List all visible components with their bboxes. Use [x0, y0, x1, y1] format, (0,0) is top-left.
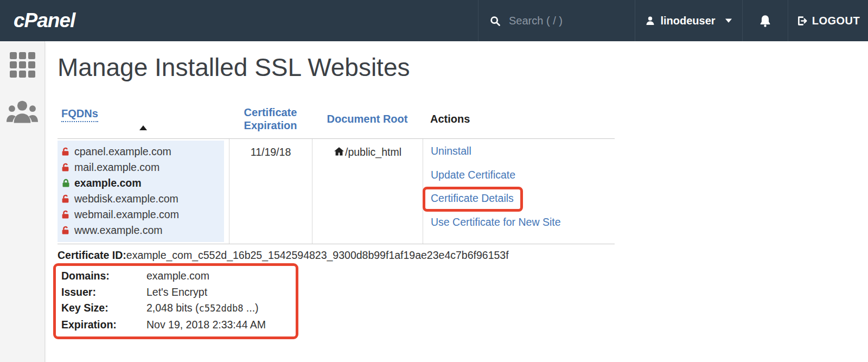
fqdn-item: cpanel.example.com	[61, 144, 221, 160]
red-open-lock-icon	[61, 147, 71, 156]
document-root-path: /public_html	[345, 146, 401, 158]
search-bar[interactable]	[478, 0, 635, 41]
column-header-certificate-expiration[interactable]: Certificate Expiration	[229, 106, 312, 132]
username-label: linodeuser	[660, 15, 715, 27]
fqdn-domain: cpanel.example.com	[74, 145, 171, 158]
fqdn-item: mail.example.com	[61, 160, 221, 175]
table-header-row: FQDNs Certificate Expiration Document Ro…	[58, 104, 615, 139]
fqdn-domain: webmail.example.com	[74, 208, 179, 221]
notifications-button[interactable]	[742, 0, 788, 41]
action-use-certificate-new-site[interactable]: Use Certificate for New Site	[431, 216, 561, 228]
action-row: Certificate Details	[431, 192, 615, 216]
fqdn-item: webdisk.example.com	[61, 191, 221, 207]
key-fingerprint: c552ddb8	[199, 303, 243, 314]
red-open-lock-icon	[61, 226, 71, 235]
fqdns-sort-link[interactable]: FQDNs	[61, 107, 98, 122]
search-input[interactable]	[509, 15, 617, 27]
detail-row-domains: Domains:example.com	[61, 268, 290, 284]
annotation-box-certificate-info: Domains:example.com Issuer:Let's Encrypt…	[53, 263, 298, 339]
certificate-id-line: Certificate ID:example_com_c552d_16b25_1…	[58, 249, 868, 262]
red-open-lock-icon	[61, 163, 71, 172]
top-navbar: cPanel linodeuser	[0, 0, 868, 41]
table-row: cpanel.example.com mail.example.com	[58, 139, 615, 244]
action-update-certificate[interactable]: Update Certificate	[431, 169, 515, 181]
fqdns-cell: cpanel.example.com mail.example.com	[58, 139, 229, 244]
navbar-spacer	[75, 0, 478, 41]
red-open-lock-icon	[61, 194, 71, 204]
action-row: Uninstall	[431, 145, 615, 169]
action-uninstall[interactable]: Uninstall	[431, 145, 471, 157]
chevron-down-icon	[725, 18, 732, 23]
action-row: Use Certificate for New Site	[431, 216, 615, 240]
user-icon	[645, 16, 655, 26]
fqdn-domain: www.example.com	[74, 224, 163, 237]
column-header-document-root[interactable]: Document Root	[312, 113, 423, 125]
detail-row-key-size: Key Size:2,048 bits (c552ddb8 ...)	[61, 300, 290, 317]
logout-label: LOGOUT	[812, 15, 860, 27]
annotation-box-certificate-details: Certificate Details	[431, 192, 514, 205]
fqdn-domain: webdisk.example.com	[74, 193, 178, 205]
user-group-icon[interactable]	[7, 99, 38, 123]
bell-icon	[758, 14, 772, 28]
certificate-expiration-cell: 11/19/18	[229, 139, 312, 244]
fqdn-item: webmail.example.com	[61, 207, 221, 223]
left-sidebar	[0, 41, 45, 362]
sort-ascending-icon	[139, 125, 147, 130]
fqdn-item: www.example.com	[61, 223, 221, 238]
detail-row-issuer: Issuer:Let's Encrypt	[61, 284, 290, 301]
red-open-lock-icon	[61, 210, 71, 219]
fqdn-list: cpanel.example.com mail.example.com	[58, 141, 224, 242]
column-header-actions: Actions	[423, 113, 615, 125]
fqdn-domain: example.com	[74, 177, 142, 189]
logout-button[interactable]: LOGOUT	[788, 0, 868, 41]
logout-icon	[796, 15, 808, 27]
search-icon	[489, 15, 501, 27]
cpanel-logo: cPanel	[14, 9, 75, 32]
home-icon	[334, 146, 344, 157]
fqdn-domain: mail.example.com	[74, 161, 159, 174]
actions-cell: Uninstall Update Certificate Certificate…	[423, 139, 615, 244]
certificate-id-label: Certificate ID:	[58, 249, 126, 261]
action-certificate-details[interactable]: Certificate Details	[431, 192, 514, 204]
certificate-id-value: example_com_c552d_16b25_1542594823_9300d…	[126, 249, 509, 261]
detail-row-expiration: Expiration:Nov 19, 2018 2:33:44 AM	[61, 317, 290, 333]
apps-grid-icon[interactable]	[10, 52, 35, 78]
fqdn-item-primary: example.com	[61, 175, 221, 191]
action-row: Update Certificate	[431, 169, 615, 193]
main-content: Manage Installed SSL Websites FQDNs Cert…	[45, 41, 868, 362]
green-closed-lock-icon	[61, 179, 71, 188]
column-header-fqdns[interactable]: FQDNs	[58, 107, 229, 130]
user-menu[interactable]: linodeuser	[635, 0, 742, 41]
page-title: Manage Installed SSL Websites	[58, 53, 868, 82]
document-root-cell: /public_html	[312, 139, 423, 244]
ssl-websites-table: FQDNs Certificate Expiration Document Ro…	[58, 104, 615, 244]
